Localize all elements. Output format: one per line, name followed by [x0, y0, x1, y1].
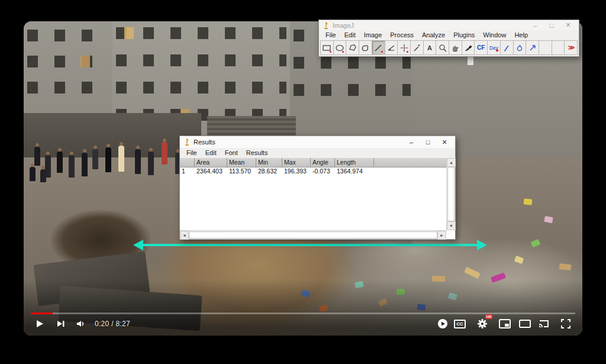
column-header-row-index[interactable] — [180, 158, 195, 167]
person — [82, 153, 88, 176]
results-titlebar[interactable]: Results – □ ✕ — [180, 136, 455, 148]
dev-tool[interactable]: Dev — [488, 40, 501, 55]
arrow-tool[interactable] — [526, 40, 539, 55]
horizontal-scrollbar[interactable]: ◄ ► — [180, 230, 446, 239]
column-header-max[interactable]: Max — [282, 158, 311, 167]
imagej-menu-edit[interactable]: Edit — [340, 31, 360, 39]
table-cell: 1364.974 — [335, 167, 374, 176]
scroll-right-icon[interactable]: ► — [437, 231, 446, 240]
person — [162, 142, 167, 165]
results-table-body[interactable]: 12364.403113.57028.632196.393-0.0731364.… — [180, 167, 446, 230]
cast-button[interactable] — [536, 316, 552, 331]
imagej-menu-image[interactable]: Image — [360, 31, 386, 39]
settings-button[interactable]: HD — [475, 316, 490, 331]
person — [92, 149, 98, 169]
debris-piece — [524, 198, 533, 205]
theater-mode-button[interactable] — [517, 316, 533, 331]
imagej-menubar: FileEditImageProcessAnalyzePluginsWindow… — [319, 30, 579, 40]
miniplayer-button[interactable] — [497, 316, 512, 331]
results-menubar: FileEditFontResults — [180, 148, 455, 158]
column-header-min[interactable]: Min — [256, 158, 282, 167]
scrollbar-thumb[interactable] — [189, 231, 437, 239]
color-picker-tool[interactable] — [462, 40, 475, 55]
column-header-length[interactable]: Length — [335, 158, 374, 167]
person — [34, 147, 40, 166]
volume-button[interactable] — [73, 316, 89, 331]
imagej-window[interactable]: ImageJ – □ ✕ FileEditImageProcessAnalyze… — [318, 20, 579, 57]
column-header-mean[interactable]: Mean — [227, 158, 256, 167]
results-table-header: AreaMeanMinMaxAngleLength — [180, 158, 446, 167]
text-tool[interactable]: A — [424, 40, 437, 55]
arrowhead-right-icon — [477, 240, 487, 250]
vertical-scrollbar[interactable]: ▲ ▼ — [446, 158, 455, 230]
empty-tool-slot[interactable] — [539, 40, 552, 55]
point-tool[interactable] — [398, 40, 411, 55]
progress-bar[interactable] — [31, 313, 575, 314]
freehand-tool[interactable] — [359, 40, 372, 55]
table-cell: 113.570 — [227, 167, 256, 176]
scroll-up-icon[interactable]: ▲ — [447, 158, 456, 167]
table-cell: 196.393 — [282, 167, 311, 176]
brush-tool[interactable] — [501, 40, 514, 55]
minimize-icon[interactable]: – — [528, 22, 541, 29]
imagej-menu-help[interactable]: Help — [510, 31, 532, 39]
imagej-measurement-line — [133, 240, 487, 250]
imagej-titlebar[interactable]: ImageJ – □ ✕ — [319, 20, 579, 30]
imagej-menu-window[interactable]: Window — [479, 31, 510, 39]
gear-icon — [477, 318, 488, 329]
cc-icon: CC — [454, 320, 466, 328]
line-tool[interactable] — [372, 40, 385, 55]
cf-tool[interactable]: CF — [475, 40, 488, 55]
storefront-rubble — [24, 113, 201, 160]
hand-tool[interactable] — [449, 40, 462, 55]
dropdown-mark-icon — [495, 50, 499, 52]
results-menu-edit[interactable]: Edit — [201, 149, 221, 157]
close-icon[interactable]: ✕ — [438, 138, 451, 146]
imagej-menu-process[interactable]: Process — [386, 31, 418, 39]
page: 0:20 / 8:27 CC HD — [0, 0, 606, 364]
more-tools-button[interactable]: ≫ — [565, 40, 578, 55]
imagej-menu-analyze[interactable]: Analyze — [418, 31, 449, 39]
empty-tool-slot[interactable] — [552, 40, 565, 55]
table-row[interactable]: 12364.403113.57028.632196.393-0.0731364.… — [180, 167, 446, 176]
column-header-area[interactable]: Area — [195, 158, 227, 167]
person — [57, 152, 63, 173]
column-header-filler — [374, 158, 446, 167]
angle-tool[interactable] — [385, 40, 398, 55]
column-header-angle[interactable]: Angle — [311, 158, 335, 167]
time-display: 0:20 / 8:27 — [95, 320, 130, 328]
results-menu-results[interactable]: Results — [242, 149, 272, 157]
autoplay-toggle[interactable] — [435, 316, 450, 331]
polygon-tool[interactable] — [346, 40, 359, 55]
debris-piece — [559, 263, 572, 270]
person — [69, 155, 75, 178]
close-icon[interactable]: ✕ — [562, 21, 575, 29]
flood-fill-tool[interactable] — [514, 40, 527, 55]
zoom-tool[interactable] — [436, 40, 449, 55]
person — [468, 56, 473, 65]
imagej-logo-icon — [323, 22, 329, 29]
person — [40, 169, 46, 182]
imagej-logo-icon — [184, 138, 190, 146]
scroll-left-icon[interactable]: ◄ — [180, 231, 189, 240]
person — [30, 167, 36, 181]
results-menu-file[interactable]: File — [182, 149, 201, 157]
maximize-icon[interactable]: □ — [421, 138, 434, 146]
rectangle-tool[interactable] — [320, 40, 334, 55]
person — [135, 149, 141, 174]
results-menu-font[interactable]: Font — [221, 149, 242, 157]
imagej-menu-plugins[interactable]: Plugins — [449, 31, 479, 39]
wand-tool[interactable] — [411, 40, 424, 55]
next-button[interactable] — [53, 316, 69, 331]
person — [148, 152, 154, 175]
imagej-menu-file[interactable]: File — [321, 31, 340, 39]
captions-button[interactable]: CC — [452, 316, 468, 331]
minimize-icon[interactable]: – — [405, 138, 418, 146]
oval-tool[interactable] — [334, 40, 347, 55]
scroll-down-icon[interactable]: ▼ — [447, 221, 456, 230]
maximize-icon[interactable]: □ — [545, 22, 558, 29]
play-button[interactable] — [32, 316, 47, 331]
fullscreen-button[interactable] — [558, 316, 573, 331]
scrollbar-thumb[interactable] — [447, 167, 454, 221]
results-window[interactable]: Results – □ ✕ FileEditFontResults AreaMe… — [179, 136, 456, 240]
